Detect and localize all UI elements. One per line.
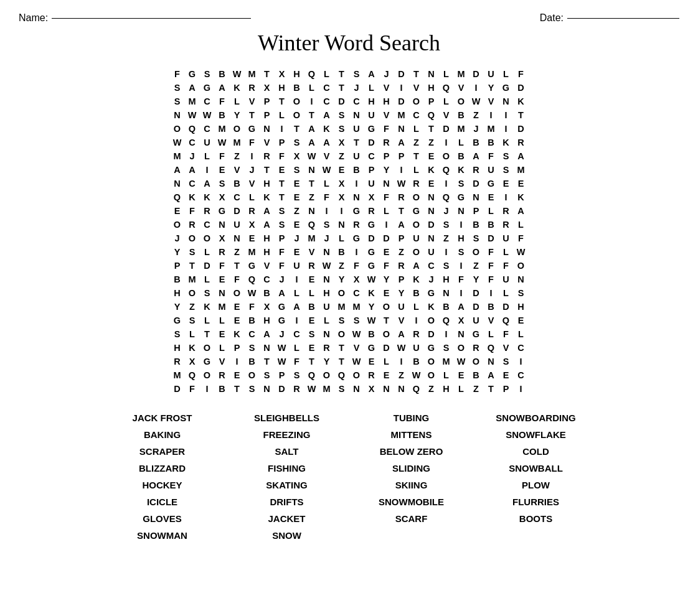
grid-cell: Z — [469, 108, 484, 122]
grid-cell: S — [304, 327, 319, 341]
grid-cell: I — [439, 177, 454, 190]
grid-cell: W — [170, 136, 185, 149]
grid-cell: R — [364, 204, 379, 218]
grid-cell: F — [275, 259, 290, 273]
grid-cell: N — [379, 382, 394, 396]
grid-cell: P — [394, 273, 409, 286]
word-list-item: HOCKEY — [100, 478, 225, 492]
grid-cell: U — [484, 163, 499, 177]
grid-cell: B — [454, 108, 469, 122]
grid-cell: G — [364, 122, 379, 136]
grid-cell: Y — [484, 81, 499, 95]
grid-cell: B — [484, 300, 499, 314]
grid-cell: S — [499, 163, 514, 177]
grid-cell: A — [260, 204, 275, 218]
grid-cell: I — [290, 273, 304, 286]
grid-cell: Z — [469, 259, 484, 273]
page-title: Winter Word Search — [19, 30, 679, 56]
grid-cell: Y — [319, 355, 334, 368]
grid-cell: I — [200, 163, 215, 177]
grid-cell: Z — [334, 149, 349, 163]
grid-cell: B — [409, 286, 424, 300]
grid-cell: K — [230, 327, 245, 341]
grid-cell: V — [304, 245, 319, 259]
grid-cell: Y — [364, 300, 379, 314]
grid-cell: U — [499, 273, 514, 286]
grid-cell: T — [484, 382, 499, 396]
grid-cell: W — [349, 355, 364, 368]
grid-cell: L — [514, 327, 529, 341]
date-underline[interactable] — [567, 18, 679, 19]
grid-cell: Z — [290, 204, 304, 218]
grid-cell: O — [334, 286, 349, 300]
grid-cell: S — [334, 122, 349, 136]
grid-cell: R — [409, 177, 424, 190]
grid-cell: Z — [424, 382, 439, 396]
grid-cell: P — [275, 231, 290, 245]
grid-cell: N — [260, 122, 275, 136]
grid-cell: P — [499, 382, 514, 396]
grid-cell: T — [514, 108, 529, 122]
grid-cell: E — [304, 273, 319, 286]
grid-cell: N — [499, 95, 514, 108]
grid-cell: H — [424, 81, 439, 95]
grid-cell: J — [275, 273, 290, 286]
grid-cell: I — [394, 81, 409, 95]
grid-cell: T — [275, 190, 290, 204]
name-underline[interactable] — [52, 18, 251, 19]
grid-cell: N — [454, 327, 469, 341]
grid-cell: N — [170, 177, 185, 190]
grid-cell: V — [454, 81, 469, 95]
grid-cell: F — [230, 273, 245, 286]
grid-cell: X — [454, 314, 469, 327]
grid-cell: R — [200, 204, 215, 218]
grid-cell: V — [260, 136, 275, 149]
grid-cell: A — [319, 136, 334, 149]
grid-cell: T — [230, 382, 245, 396]
grid-cell: D — [514, 81, 529, 95]
grid-cell: F — [379, 190, 394, 204]
grid-cell: N — [304, 163, 319, 177]
grid-cell: K — [185, 190, 200, 204]
grid-cell: L — [319, 177, 334, 190]
grid-cell: S — [469, 231, 484, 245]
grid-cell: O — [454, 341, 469, 355]
grid-cell: R — [394, 259, 409, 273]
grid-cell: H — [290, 67, 304, 81]
grid-cell: L — [230, 95, 245, 108]
grid-cell: N — [319, 245, 334, 259]
grid-cell: S — [334, 314, 349, 327]
grid-cell: N — [215, 218, 230, 231]
grid-cell: R — [245, 204, 260, 218]
grid-cell: M — [349, 300, 364, 314]
grid-cell: Q — [304, 218, 319, 231]
word-list-item: SNOW — [225, 528, 349, 543]
grid-cell: T — [394, 204, 409, 218]
grid-cell: X — [245, 218, 260, 231]
grid-cell: I — [439, 136, 454, 149]
grid-cell: E — [230, 368, 245, 382]
grid-cell: P — [230, 341, 245, 355]
grid-cell: E — [364, 355, 379, 368]
grid-cell: P — [394, 149, 409, 163]
grid-cell: N — [469, 190, 484, 204]
grid-cell: W — [230, 67, 245, 81]
word-list-item: PLOW — [474, 478, 598, 492]
grid-cell: H — [514, 300, 529, 314]
word-list-item: JACK FROST — [100, 411, 225, 425]
grid-cell: G — [200, 355, 215, 368]
grid-cell: B — [484, 218, 499, 231]
grid-cell: V — [379, 108, 394, 122]
grid-cell: V — [439, 108, 454, 122]
grid-cell: U — [469, 314, 484, 327]
grid-cell: W — [245, 286, 260, 300]
grid-cell: B — [439, 300, 454, 314]
grid-cell: C — [424, 259, 439, 273]
grid-cell: O — [424, 314, 439, 327]
grid-cell: E — [379, 368, 394, 382]
grid-cell: L — [454, 136, 469, 149]
word-list-item: ICICLE — [100, 495, 225, 509]
grid-cell: P — [170, 259, 185, 273]
grid-cell: H — [379, 95, 394, 108]
word-list-item: COLD — [474, 444, 598, 459]
